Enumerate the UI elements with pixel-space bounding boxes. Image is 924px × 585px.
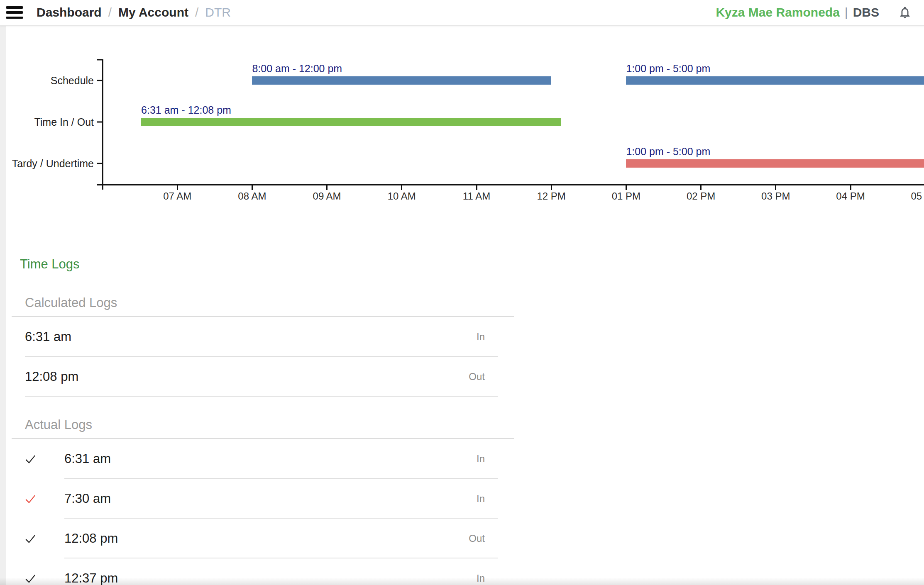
log-row: 6:31 amIn — [12, 439, 514, 479]
hamburger-icon — [6, 11, 23, 14]
x-axis-tick — [401, 185, 402, 190]
x-axis-tick — [252, 185, 253, 190]
x-axis-tick-label: 08 AM — [238, 190, 266, 202]
chart-bar-schedule — [626, 76, 924, 85]
user-name: Kyza Mae Ramoneda — [716, 5, 839, 20]
breadcrumb-item-dtr: DTR — [205, 5, 231, 20]
log-row: 7:30 amIn — [12, 479, 514, 519]
chart-bar-time-in-out — [141, 118, 561, 126]
bell-icon — [898, 5, 912, 20]
x-axis-tick — [850, 185, 851, 190]
top-bar: Dashboard/My Account/DTR Kyza Mae Ramone… — [0, 0, 924, 26]
x-axis-tick — [775, 185, 776, 190]
divider — [25, 396, 498, 397]
chart-bar-label: 1:00 pm - 5:00 pm — [626, 146, 710, 157]
x-axis-tick-label: 02 PM — [687, 190, 715, 202]
hamburger-icon — [6, 6, 23, 9]
log-type: Out — [469, 533, 485, 544]
user-org: DBS — [853, 5, 879, 20]
row-label-time-in-out: Time In / Out — [0, 116, 94, 128]
x-axis-tick-label: 05 PM — [911, 190, 924, 202]
dtr-timeline-chart: ScheduleTime In / OutTardy / Undertime07… — [0, 26, 924, 241]
breadcrumb-separator: / — [195, 5, 198, 20]
log-row: 12:08 pmOut — [12, 357, 514, 397]
log-time: 6:31 am — [64, 451, 111, 466]
x-axis-tick — [326, 185, 328, 190]
chart-bar-label: 1:00 pm - 5:00 pm — [626, 63, 710, 74]
log-type: Out — [469, 371, 485, 383]
section-title: Actual Logs — [12, 409, 514, 438]
x-axis-tick-label: 11 AM — [463, 190, 490, 202]
section-title: Calculated Logs — [12, 287, 514, 316]
log-type: In — [477, 493, 485, 505]
x-axis-tick-label: 07 AM — [163, 190, 191, 202]
breadcrumb-item-dashboard[interactable]: Dashboard — [37, 5, 102, 20]
check-icon — [24, 492, 37, 505]
x-axis-tick — [551, 185, 552, 190]
log-time: 6:31 am — [25, 329, 71, 344]
log-time: 12:08 pm — [64, 531, 118, 546]
menu-button[interactable] — [6, 6, 23, 19]
x-axis-tick-label: 03 PM — [761, 190, 790, 202]
row-label-tardy-undertime: Tardy / Undertime — [0, 157, 94, 170]
x-axis-tick — [626, 185, 627, 190]
log-section-actual: Actual Logs6:31 amIn7:30 amIn12:08 pmOut… — [12, 409, 514, 585]
log-row: 12:08 pmOut — [12, 519, 514, 558]
x-axis-tick-label: 01 PM — [612, 190, 640, 202]
log-row: 6:31 amIn — [12, 317, 514, 357]
hamburger-icon — [6, 17, 23, 19]
log-time: 12:37 pm — [64, 571, 118, 585]
log-time: 7:30 am — [64, 491, 111, 506]
x-axis-tick — [177, 185, 178, 190]
chart-bar-label: 6:31 am - 12:08 pm — [141, 105, 231, 115]
breadcrumb-separator: / — [108, 5, 112, 20]
breadcrumb-item-my-account[interactable]: My Account — [118, 5, 188, 20]
log-section-calculated: Calculated Logs6:31 amIn12:08 pmOut — [12, 287, 514, 397]
user-menu[interactable]: Kyza Mae Ramoneda | DBS — [716, 5, 879, 20]
x-axis-tick-label: 12 PM — [537, 190, 566, 202]
breadcrumb: Dashboard/My Account/DTR — [37, 5, 231, 20]
notifications-button[interactable] — [897, 5, 912, 20]
log-time: 12:08 pm — [25, 369, 78, 384]
log-row: 12:37 pmIn — [12, 558, 514, 585]
chart-axis — [0, 26, 924, 241]
row-label-schedule: Schedule — [0, 74, 94, 87]
time-logs-section: Time Logs Calculated Logs6:31 amIn12:08 … — [12, 257, 514, 585]
log-type: In — [477, 573, 485, 584]
x-axis-tick — [700, 185, 702, 190]
chart-bar-label: 8:00 am - 12:00 pm — [252, 63, 342, 74]
check-icon — [24, 532, 37, 545]
chart-bar-schedule — [252, 76, 551, 85]
x-axis-tick-label: 10 AM — [388, 190, 416, 202]
x-axis-tick-label: 09 AM — [313, 190, 341, 202]
user-separator: | — [845, 5, 848, 20]
check-icon — [24, 572, 37, 585]
chart-bar-tardy-undertime — [626, 159, 924, 168]
check-icon — [24, 453, 37, 465]
dtr-page: Dashboard/My Account/DTR Kyza Mae Ramone… — [0, 0, 924, 585]
x-axis-tick — [476, 185, 477, 190]
x-axis-tick-label: 04 PM — [836, 190, 865, 202]
log-type: In — [477, 453, 485, 465]
log-type: In — [477, 331, 485, 343]
